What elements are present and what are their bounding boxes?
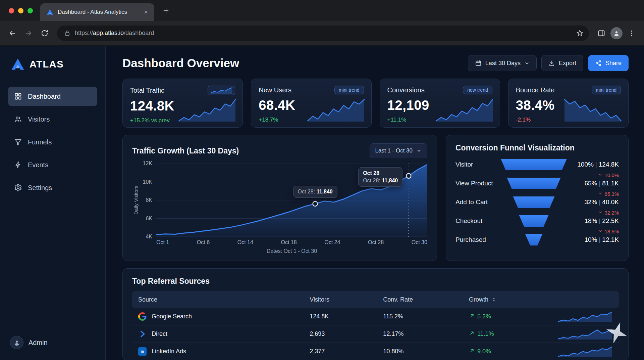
back-button[interactable] <box>5 26 19 40</box>
sidebar-item-label: Dashboard <box>28 93 61 100</box>
sidebar-item-dashboard[interactable]: Dashboard <box>8 87 97 106</box>
kpi-sparkline <box>435 98 494 123</box>
kpi-card-total-traffic[interactable]: Total Traffic 124.8K +15.2% vs prev. <box>122 79 243 128</box>
date-range-button[interactable]: Last 30 Days <box>468 55 537 71</box>
grid-icon <box>14 92 22 100</box>
x-axis-ticks: Oct 1Oct 6Oct 14Oct 18Oct 24Oct 28Oct 30 <box>156 239 427 245</box>
header-actions: Last 30 Days Export Share <box>468 55 629 71</box>
brand: ATLAS <box>8 57 97 71</box>
funnel-stage-view-product: View Product 65%|81.1K 65.3% <box>455 177 619 189</box>
direct-icon <box>138 330 147 338</box>
funnel-segment[interactable] <box>501 159 567 170</box>
funnel-stage-label: Purchased <box>455 236 501 243</box>
referral-source-name: Direct <box>152 330 167 338</box>
sidebar-item-events[interactable]: Events <box>8 155 97 175</box>
funnel-stage-values: 32%|40.0K <box>567 198 619 206</box>
referral-row-direct[interactable]: Direct 2,693 12.17% 11.1% <box>132 325 619 343</box>
arrow-up-right-icon <box>469 313 475 320</box>
chevron-down-icon <box>416 148 422 153</box>
sidebar-item-funnels[interactable]: Funnels <box>8 132 97 152</box>
referral-growth: 11.1% <box>469 330 542 338</box>
google-icon <box>138 312 147 321</box>
sidebar-item-visitors[interactable]: Visitors <box>8 109 97 129</box>
funnel-stage-purchased: Purchased 10%|12.1K <box>455 234 619 246</box>
funnel-stage-add-to-cart: Add to Cart 32%|40.0K 32.2% <box>455 196 619 208</box>
kpi-sparkline <box>307 98 365 123</box>
user-avatar <box>10 336 23 349</box>
funnel-stage-values: 100%|124.8K <box>567 161 619 168</box>
user-label: Admin <box>29 339 48 347</box>
sidebar-item-label: Events <box>28 161 48 169</box>
atlas-logo-icon <box>11 57 25 71</box>
sidebar-item-settings[interactable]: Settings <box>8 178 97 197</box>
address-bar[interactable]: https://app.atlas.io/dashboard <box>57 26 589 41</box>
brand-name: ATLAS <box>30 59 64 70</box>
column-conv-rate: Conv. Rate <box>383 296 469 303</box>
funnel-stage-label: Checkout <box>455 217 501 225</box>
lock-icon <box>64 30 71 37</box>
bookmark-star-icon[interactable] <box>576 29 584 37</box>
funnel-stage-visitor: Visitor 100%|124.8K 10.0% <box>455 159 619 171</box>
share-button[interactable]: Share <box>588 55 629 71</box>
chart-range-selector[interactable]: Last 1 - Oct 30 <box>370 143 428 158</box>
traffic-chart-title: Traffic Growth (Last 30 Days) <box>132 146 239 155</box>
page-header: Dashboard Overview Last 30 Days Export S… <box>122 55 629 71</box>
window-zoom-button[interactable] <box>28 8 33 13</box>
forward-button[interactable] <box>21 26 36 40</box>
column-growth[interactable]: Growth <box>469 296 542 303</box>
y-tick: 10K <box>143 179 152 185</box>
chevron-down-icon <box>524 60 530 66</box>
kpi-mini-sparkline <box>208 86 235 95</box>
main-content: Dashboard Overview Last 30 Days Export S… <box>106 46 644 360</box>
y-tick: 6K <box>146 216 152 222</box>
referral-conv-rate: 115.2% <box>383 313 469 320</box>
users-icon <box>14 115 22 123</box>
window-close-button[interactable] <box>9 8 14 13</box>
row-sparkline <box>557 311 613 322</box>
kpi-card-new-users[interactable]: New Users mini trend 68.4K +18.7% <box>251 79 371 128</box>
new-tab-button[interactable] <box>161 6 171 16</box>
chart-tooltip: Oct 28Oct 28: 11,840 <box>358 167 402 187</box>
y-tick: 4K <box>146 234 152 240</box>
date-range-label: Last 30 Days <box>485 60 521 67</box>
kpi-sparkline <box>178 98 236 123</box>
referral-row-linkedin-ads[interactable]: in LinkedIn Ads 2,377 10.80% 9.0% <box>132 343 619 360</box>
share-icon <box>595 60 602 66</box>
linkedin-icon: in <box>138 347 147 356</box>
kpi-card-conversions[interactable]: Conversions new trend 12,109 +11.1% <box>380 79 500 128</box>
bolt-icon <box>14 161 22 169</box>
side-panel-icon[interactable] <box>594 26 608 40</box>
sidebar-nav: Dashboard Visitors Funnels Events Settin… <box>8 87 97 197</box>
referral-row-google-search[interactable]: Google Search 124.8K 115.2% 5.2% <box>132 308 619 325</box>
calendar-icon <box>475 60 482 66</box>
browser-tab-strip: Dashboard - Atlas Analytics <box>0 0 644 21</box>
funnel-segment[interactable] <box>501 215 567 227</box>
profile-avatar[interactable] <box>610 27 623 39</box>
export-label: Export <box>559 60 576 67</box>
charts-row: Traffic Growth (Last 30 Days) Last 1 - O… <box>122 135 629 261</box>
funnel-stage-values: 65%|81.1K <box>567 180 619 187</box>
referral-conv-rate: 10.80% <box>383 348 469 355</box>
window-minimize-button[interactable] <box>18 8 23 13</box>
funnel-segment[interactable] <box>501 178 567 189</box>
traffic-growth-card: Traffic Growth (Last 30 Days) Last 1 - O… <box>122 135 437 261</box>
kpi-trend-badge: mini trend <box>334 86 364 94</box>
kpi-label: Bounce Rate <box>516 86 555 94</box>
conversion-funnel-card: Conversion Funnel Visualization Visitor … <box>446 135 629 261</box>
sidebar-item-label: Funnels <box>28 138 52 146</box>
kpi-row: Total Traffic 124.8K +15.2% vs prev. New… <box>122 79 629 128</box>
funnel-stage-label: View Product <box>455 180 501 187</box>
reload-button[interactable] <box>38 26 52 40</box>
kpi-trend-badge: mini trend <box>592 86 621 94</box>
browser-tab[interactable]: Dashboard - Atlas Analytics <box>40 3 154 21</box>
sidebar-user[interactable]: Admin <box>8 336 97 349</box>
tab-close-icon[interactable] <box>142 8 150 16</box>
kpi-card-bounce-rate[interactable]: Bounce Rate mini trend 38.4% -2.1% <box>508 79 629 128</box>
window-controls <box>9 8 33 13</box>
kpi-label: Total Traffic <box>130 87 164 94</box>
funnel-segment[interactable] <box>501 234 567 245</box>
menu-kebab-icon[interactable] <box>625 26 639 40</box>
export-button[interactable]: Export <box>541 55 583 71</box>
funnel-segment[interactable] <box>501 196 567 208</box>
kpi-label: Conversions <box>387 86 425 94</box>
